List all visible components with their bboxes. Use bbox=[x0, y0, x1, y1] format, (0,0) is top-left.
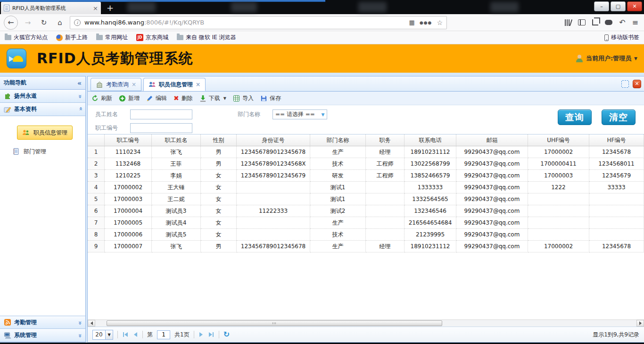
new-tab-button[interactable]: + bbox=[101, 2, 119, 14]
table-row[interactable]: 717000005测试员4女生产21656465468499290437@qq.… bbox=[88, 217, 644, 229]
scrollbar-thumb[interactable] bbox=[107, 320, 442, 326]
screenshot-icon[interactable] bbox=[592, 19, 598, 25]
bookmark-getting-started[interactable]: 新手上路 bbox=[56, 34, 88, 42]
library-icon[interactable] bbox=[565, 19, 571, 26]
scroll-right-button[interactable] bbox=[636, 320, 644, 327]
column-header[interactable]: UHF编号 bbox=[528, 134, 589, 146]
sidebars-icon[interactable] bbox=[578, 19, 586, 25]
last-page-button[interactable] bbox=[208, 331, 215, 338]
column-header[interactable]: 身份证号 bbox=[237, 134, 310, 146]
column-header[interactable]: 性别 bbox=[201, 134, 237, 146]
prev-page-button[interactable] bbox=[133, 331, 138, 338]
bookmark-star-icon[interactable]: ☆ bbox=[437, 19, 443, 26]
department-select[interactable]: == 请选择 == ▼ bbox=[272, 109, 327, 119]
site-info-icon[interactable]: i bbox=[74, 19, 81, 26]
back-icon[interactable]: ← bbox=[4, 16, 18, 30]
column-header[interactable]: HF编号 bbox=[589, 134, 644, 146]
edit-button[interactable]: 编辑 bbox=[146, 94, 167, 102]
delete-button[interactable]: ✖ 删除 bbox=[173, 94, 193, 102]
table-row[interactable]: 11110234张飞男123456789012345678生产经理1891023… bbox=[88, 146, 644, 158]
button-label: 下载 bbox=[209, 94, 220, 102]
scrollbar-track[interactable] bbox=[95, 320, 636, 327]
home-icon[interactable]: ⌂ bbox=[54, 17, 66, 29]
import-button[interactable]: 导入 bbox=[233, 94, 254, 102]
add-button[interactable]: 新增 bbox=[119, 94, 140, 102]
table-cell: 生产 bbox=[310, 146, 366, 158]
chat-icon[interactable] bbox=[605, 20, 612, 25]
page-size-select[interactable]: 20 ▼ bbox=[92, 330, 113, 340]
page-number-input[interactable] bbox=[157, 330, 170, 339]
employee-id-input[interactable] bbox=[130, 123, 192, 133]
pager-separator bbox=[117, 331, 118, 338]
bookmark-common-sites[interactable]: 常用网址 bbox=[96, 34, 128, 42]
sidebar-collapse-icon[interactable]: « bbox=[77, 79, 82, 87]
refresh-button[interactable]: 刷新 bbox=[91, 94, 112, 102]
table-row[interactable]: 417000002王大锤女测试1133333399290437@qq.com12… bbox=[88, 182, 644, 193]
sidebar-group-system[interactable]: 系统管理 » bbox=[0, 329, 85, 342]
table-cell: 99290437@qq.com bbox=[456, 229, 528, 241]
column-header[interactable]: 邮箱 bbox=[456, 134, 528, 146]
page-size-dropdown-icon[interactable]: ▼ bbox=[105, 330, 113, 339]
sidebar-group-attendance[interactable]: 考勤管理 » bbox=[0, 316, 85, 329]
employee-name-input[interactable] bbox=[130, 109, 192, 119]
page-actions-icon[interactable]: ●●● bbox=[420, 20, 432, 25]
column-header[interactable]: 职务 bbox=[366, 134, 405, 146]
mobile-bookmarks[interactable]: 移动版书签 bbox=[604, 34, 639, 42]
table-row[interactable]: 917000007张飞男123456789012345678生产经理189102… bbox=[88, 241, 644, 252]
undo-icon[interactable]: ↶ bbox=[619, 18, 625, 27]
menu-icon[interactable]: ≡ bbox=[632, 18, 638, 27]
sidebar-group-yangzhou[interactable]: 扬州永道 » bbox=[0, 90, 85, 103]
scroll-left-button[interactable] bbox=[88, 320, 95, 327]
bookmark-firefox-official[interactable]: 火狐官方站点 bbox=[5, 34, 48, 42]
minimize-button[interactable]: – bbox=[594, 1, 609, 11]
first-page-button[interactable] bbox=[122, 331, 129, 338]
column-header[interactable]: 联系电话 bbox=[405, 134, 456, 146]
column-header[interactable]: 职工编号 bbox=[105, 134, 152, 146]
tab-close-icon[interactable]: × bbox=[132, 81, 136, 88]
browser-tab[interactable]: RFID人员考勤管理系统 × bbox=[1, 2, 101, 14]
table-row[interactable]: 817000006测试员5女技术2123999599290437@qq.com bbox=[88, 229, 644, 241]
bookmark-jd[interactable]: JD 京东商城 bbox=[136, 34, 168, 42]
close-window-button[interactable]: ✕ bbox=[627, 1, 642, 11]
column-header[interactable]: 职工姓名 bbox=[152, 134, 201, 146]
tab-attendance-query[interactable]: 考勤查询 × bbox=[91, 78, 141, 91]
sidebar-item-department[interactable]: 部门管理 bbox=[12, 144, 85, 159]
table-cell: 99290437@qq.com bbox=[456, 241, 528, 252]
user-dropdown-icon: ▼ bbox=[634, 56, 637, 61]
qr-code-icon[interactable]: ▦ bbox=[409, 19, 415, 26]
table-cell: 123456789012345678 bbox=[237, 241, 310, 252]
table-row[interactable]: 21132468王菲男12345678901234568X技术工程师130225… bbox=[88, 158, 644, 170]
pager-refresh-icon[interactable]: ↻ bbox=[223, 331, 230, 338]
query-button[interactable]: 查询 bbox=[558, 109, 592, 125]
table-row[interactable]: 31210225李娟女123456789012345679研发工程师138524… bbox=[88, 170, 644, 182]
save-button[interactable]: 保存 bbox=[260, 94, 281, 102]
column-header[interactable]: 部门名称 bbox=[310, 134, 366, 146]
current-user-label: 当前用户:管理员 bbox=[586, 54, 631, 63]
tab-close-icon[interactable]: × bbox=[93, 5, 98, 11]
maximize-button[interactable]: ▢ bbox=[611, 1, 626, 11]
download-button[interactable]: 下载 ▼ bbox=[199, 94, 226, 102]
table-cell: 张飞 bbox=[152, 241, 201, 252]
table-row[interactable]: 617000004测试员3女11222333测试2132346546992904… bbox=[88, 205, 644, 217]
sidebar-group-basic-data[interactable]: 基本资料 » bbox=[0, 103, 85, 116]
tab-close-icon[interactable]: × bbox=[196, 81, 200, 88]
chevron-down-icon: » bbox=[76, 94, 83, 97]
maximize-panel-icon[interactable] bbox=[621, 80, 629, 88]
forward-icon[interactable]: → bbox=[22, 17, 34, 29]
reload-icon[interactable]: ↻ bbox=[38, 17, 50, 29]
current-user-menu[interactable]: 当前用户:管理员 ▼ bbox=[576, 54, 637, 63]
table-cell: 1234568011 bbox=[589, 158, 644, 170]
table-cell: 99290437@qq.com bbox=[456, 170, 528, 182]
clear-button[interactable]: 清空 bbox=[602, 109, 636, 125]
url-bar[interactable]: i www.hanqi86.wang:8006/#!/Kq/KQRYB ▦ ●●… bbox=[70, 16, 447, 29]
close-panel-icon[interactable]: ✕ bbox=[633, 80, 641, 88]
tab-employee-info[interactable]: 职员信息管理 × bbox=[143, 78, 206, 91]
bookmark-from-ie[interactable]: 来自 微软 IE 浏览器 bbox=[177, 34, 236, 42]
sidebar-item-employee-info[interactable]: 职员信息管理 bbox=[17, 126, 73, 140]
table-cell bbox=[366, 205, 405, 217]
next-page-button[interactable] bbox=[198, 331, 204, 338]
horizontal-scrollbar[interactable] bbox=[88, 319, 644, 327]
table-row[interactable]: 517000003王二妮女测试1133256456599290437@qq.co… bbox=[88, 193, 644, 205]
table-cell: 1333333 bbox=[405, 182, 456, 193]
bookmark-label: 火狐官方站点 bbox=[14, 34, 48, 42]
